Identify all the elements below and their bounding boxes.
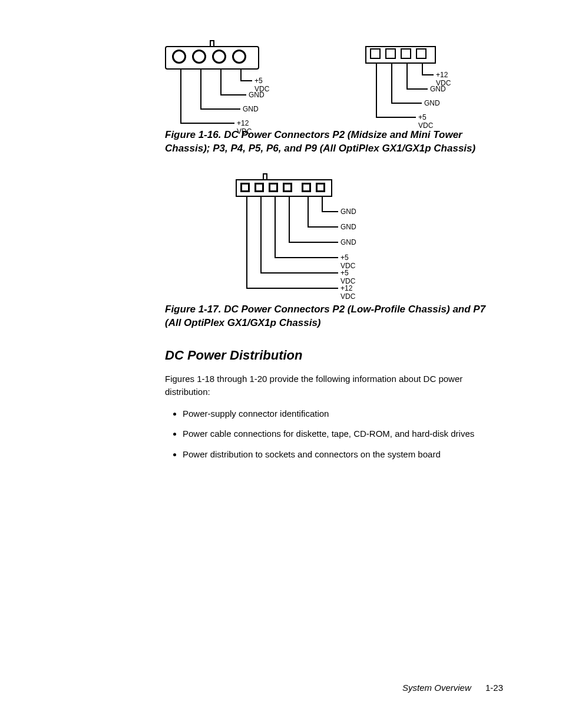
list-item: Power distribution to sockets and connec… <box>183 448 503 462</box>
intro-paragraph: Figures 1-18 through 1-20 provide the fo… <box>165 373 503 399</box>
figure-1-17-caption: Figure 1-17. DC Power Connectors P2 (Low… <box>165 303 503 330</box>
floppy-pin1-label: +5 VDC <box>418 113 442 130</box>
p7-pin2-label: +5 VDC <box>340 269 355 285</box>
section-heading: DC Power Distribution <box>165 348 503 363</box>
floppy-pin3-label: GND <box>430 85 446 93</box>
p7-pin5-label: GND <box>340 223 356 231</box>
footer-page-number: 1-23 <box>485 683 503 693</box>
figure-1-16-caption: Figure 1-16. DC Power Connectors P2 (Mid… <box>165 129 503 156</box>
molex-pin1-label: +12 VDC <box>237 119 259 136</box>
connector-floppy: +12 VDC GND GND +5 VDC <box>365 40 442 117</box>
figure-1-16-connectors: +5 VDC GND GND +12 VDC +12 VDC GND GND +… <box>165 40 503 117</box>
p7-pin1-label: +12 VDC <box>340 284 355 301</box>
bullet-list: Power-supply connector identification Po… <box>183 407 503 462</box>
molex-pin2-label: GND <box>243 105 259 113</box>
footer-title: System Overview <box>402 683 471 693</box>
connector-molex: +5 VDC GND GND +12 VDC <box>165 40 259 117</box>
molex-pin3-label: GND <box>249 91 265 99</box>
floppy-pin2-label: GND <box>424 99 440 107</box>
p7-pin3-label: +5 VDC <box>340 253 355 270</box>
p7-pin6-label: GND <box>340 207 356 216</box>
p7-pin4-label: GND <box>340 238 356 246</box>
list-item: Power-supply connector identification <box>183 407 503 421</box>
page-footer: System Overview 1-23 <box>402 683 503 693</box>
list-item: Power cable connections for diskette, ta… <box>183 427 503 441</box>
figure-1-17-connector: GND GND GND +5 VDC +5 VDC +12 VDC <box>236 173 342 291</box>
